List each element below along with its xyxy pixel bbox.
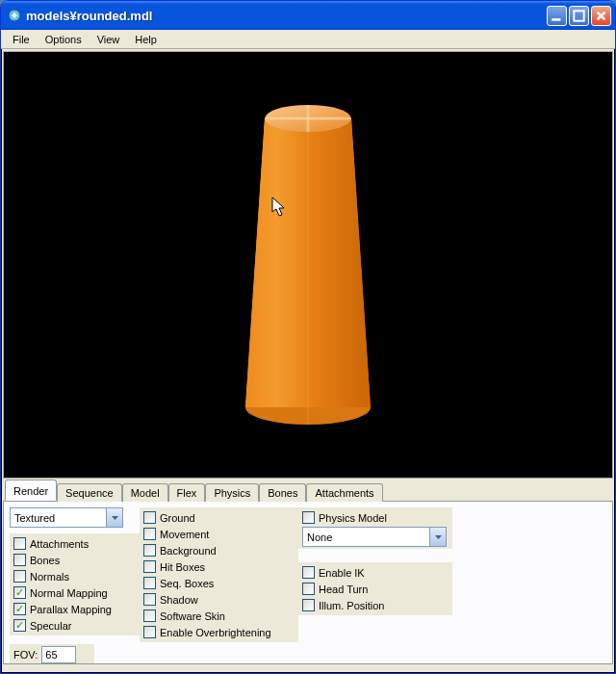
- chk-enable-ik[interactable]: Enable IK: [302, 564, 449, 581]
- options-panel: Render Sequence Model Flex Physics Bones…: [3, 480, 613, 664]
- tab-render[interactable]: Render: [5, 480, 57, 501]
- minimize-button[interactable]: [547, 6, 567, 26]
- physics-model-select[interactable]: None: [302, 527, 447, 547]
- tab-sequence[interactable]: Sequence: [57, 483, 122, 502]
- fov-row: FOV:: [10, 644, 94, 664]
- chk-software-skin[interactable]: Software Skin: [143, 608, 295, 624]
- chk-shadow[interactable]: Shadow: [143, 591, 295, 608]
- tab-attachments[interactable]: Attachments: [306, 483, 382, 502]
- chevron-down-icon: [106, 508, 122, 527]
- svg-rect-2: [574, 11, 583, 20]
- chk-physics-model[interactable]: Physics Model: [302, 509, 449, 526]
- display-mode-value: Textured: [11, 512, 106, 524]
- model-preview: [221, 80, 395, 465]
- fov-label: FOV:: [13, 649, 38, 661]
- chk-seqboxes[interactable]: Seq. Boxes: [143, 575, 295, 591]
- svg-rect-1: [552, 18, 560, 21]
- chk-movement[interactable]: Movement: [143, 526, 295, 542]
- menu-file[interactable]: File: [5, 32, 38, 47]
- render-tab-content: Textured Attachments Bones Normals ✓Norm…: [3, 501, 613, 664]
- chk-overbright[interactable]: Enable Overbrightening: [143, 624, 295, 640]
- fov-input[interactable]: [41, 646, 76, 663]
- menubar: File Options View Help: [1, 30, 615, 49]
- menu-help[interactable]: Help: [127, 32, 165, 47]
- display-mode-select[interactable]: Textured: [10, 507, 123, 528]
- menu-view[interactable]: View: [90, 32, 128, 47]
- chk-illum-pos[interactable]: Illum. Position: [302, 597, 449, 613]
- physics-model-value: None: [303, 531, 429, 543]
- chk-bones[interactable]: Bones: [13, 552, 136, 568]
- tab-model[interactable]: Model: [122, 483, 168, 502]
- chk-head-turn[interactable]: Head Turn: [302, 581, 449, 597]
- tab-bones[interactable]: Bones: [259, 483, 306, 502]
- tab-flex[interactable]: Flex: [168, 483, 206, 502]
- tab-physics[interactable]: Physics: [205, 483, 259, 502]
- app-icon: [7, 8, 22, 23]
- cursor-icon: [271, 196, 287, 221]
- chk-specular[interactable]: ✓Specular: [13, 617, 136, 634]
- titlebar[interactable]: models¥rounded.mdl: [1, 1, 615, 30]
- chevron-down-icon: [429, 528, 446, 546]
- chk-ground[interactable]: Ground: [143, 509, 295, 526]
- maximize-button[interactable]: [569, 6, 589, 26]
- chk-hitboxes[interactable]: Hit Boxes: [143, 558, 295, 575]
- chk-normals[interactable]: Normals: [13, 568, 136, 584]
- app-window: models¥rounded.mdl File Options View Hel…: [0, 0, 616, 674]
- chk-parallax[interactable]: ✓Parallax Mapping: [13, 601, 136, 617]
- chk-normal-mapping[interactable]: ✓Normal Mapping: [13, 584, 136, 601]
- viewport-3d[interactable]: [3, 51, 613, 479]
- tab-row: Render Sequence Model Flex Physics Bones…: [3, 480, 613, 501]
- window-title: models¥rounded.mdl: [26, 9, 547, 23]
- render-col1: Textured Attachments Bones Normals ✓Norm…: [10, 507, 140, 642]
- render-col3: Physics Model None Enable IK Head Turn I…: [298, 507, 452, 642]
- close-button[interactable]: [591, 6, 611, 26]
- chk-background[interactable]: Background: [143, 542, 295, 558]
- chk-attachments[interactable]: Attachments: [13, 535, 136, 552]
- menu-options[interactable]: Options: [38, 32, 90, 47]
- render-col2: Ground Movement Background Hit Boxes Seq…: [140, 507, 298, 642]
